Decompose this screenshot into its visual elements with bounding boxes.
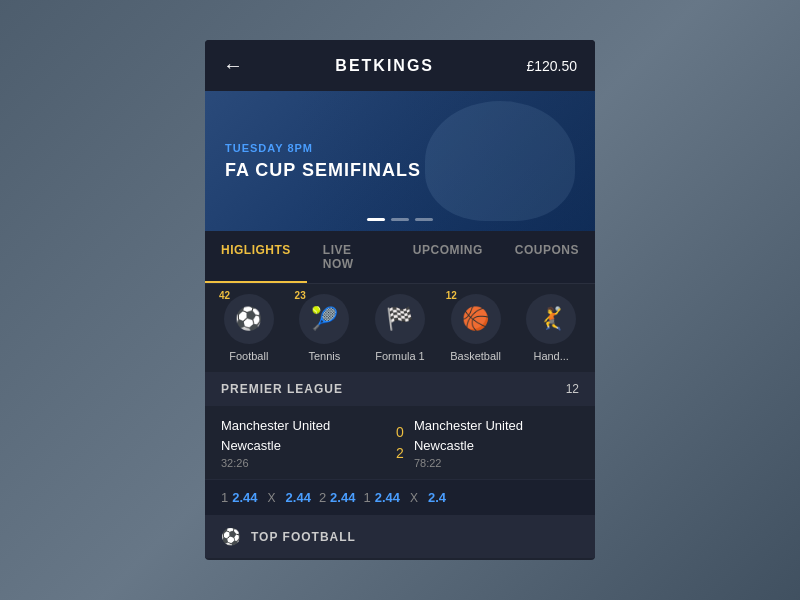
match-2[interactable]: Manchester United Newcastle 78:22 bbox=[414, 416, 579, 469]
odd-1-value: 2.44 bbox=[232, 490, 257, 505]
footer-section[interactable]: ⚽ TOP FOOTBALL bbox=[205, 515, 595, 558]
match-2-team1: Manchester United bbox=[414, 416, 579, 436]
sport-tennis[interactable]: 23 🎾 Tennis bbox=[289, 294, 361, 362]
footer-football-icon: ⚽ bbox=[221, 527, 241, 546]
football-label: Football bbox=[229, 350, 268, 362]
player-image bbox=[425, 101, 575, 221]
tabs-bar: HIGLIGHTS LIVE NOW UPCOMING COUPONS bbox=[205, 231, 595, 284]
hero-text: TUESDAY 8PM FA CUP SEMIFINALS bbox=[225, 142, 421, 181]
sport-basketball[interactable]: 12 🏀 Basketball bbox=[440, 294, 512, 362]
tennis-icon: 🎾 bbox=[299, 294, 349, 344]
match-1[interactable]: Manchester United Newcastle 32:26 bbox=[221, 416, 386, 469]
app-container: ← BETKINGS £120.50 TUESDAY 8PM FA CUP SE… bbox=[205, 40, 595, 560]
section-count: 12 bbox=[566, 382, 579, 396]
football-badge: 42 bbox=[219, 290, 230, 301]
tab-highlights[interactable]: HIGLIGHTS bbox=[205, 231, 307, 283]
tennis-badge: 23 bbox=[295, 290, 306, 301]
section-header: PREMIER LEAGUE 12 bbox=[205, 372, 595, 406]
odd-2-value: 2.44 bbox=[286, 490, 311, 505]
matches-container: Manchester United Newcastle 32:26 0 2 Ma… bbox=[205, 406, 595, 480]
odds-row: 1 2.44 X 2.44 2 2.44 1 2.44 X 2.4 bbox=[205, 480, 595, 515]
dot-1[interactable] bbox=[367, 218, 385, 221]
hero-banner: TUESDAY 8PM FA CUP SEMIFINALS bbox=[205, 91, 595, 231]
tab-upcoming[interactable]: UPCOMING bbox=[397, 231, 499, 283]
odd-4-label: 1 bbox=[363, 490, 370, 505]
odd-3-label: 2 bbox=[319, 490, 326, 505]
basketball-icon: 🏀 bbox=[451, 294, 501, 344]
sep-1: X bbox=[268, 491, 276, 505]
back-button[interactable]: ← bbox=[223, 54, 243, 77]
hero-subtitle: TUESDAY 8PM bbox=[225, 142, 421, 154]
formula1-label: Formula 1 bbox=[375, 350, 425, 362]
match-1-score1: 0 bbox=[396, 422, 404, 443]
footer-title: TOP FOOTBALL bbox=[251, 530, 356, 544]
handball-icon: 🤾 bbox=[526, 294, 576, 344]
sport-football[interactable]: 42 ⚽ Football bbox=[213, 294, 285, 362]
sport-formula1[interactable]: 🏁 Formula 1 bbox=[364, 294, 436, 362]
sport-handball[interactable]: 🤾 Hand... bbox=[515, 294, 587, 362]
odd-5[interactable]: 2.4 bbox=[428, 490, 446, 505]
hero-title: FA CUP SEMIFINALS bbox=[225, 160, 421, 181]
tennis-label: Tennis bbox=[308, 350, 340, 362]
dot-3[interactable] bbox=[415, 218, 433, 221]
odd-2[interactable]: 2.44 bbox=[286, 490, 311, 505]
basketball-label: Basketball bbox=[450, 350, 501, 362]
odd-4-value: 2.44 bbox=[375, 490, 400, 505]
match-1-score: 0 2 bbox=[396, 416, 404, 469]
football-icon: ⚽ bbox=[224, 294, 274, 344]
sports-categories: 42 ⚽ Football 23 🎾 Tennis 🏁 Formula 1 12… bbox=[205, 284, 595, 372]
app-title: BETKINGS bbox=[335, 57, 434, 75]
odd-4[interactable]: 1 2.44 bbox=[363, 490, 400, 505]
match-2-team2: Newcastle bbox=[414, 436, 579, 456]
tab-coupons[interactable]: COUPONS bbox=[499, 231, 595, 283]
sep-2: X bbox=[410, 491, 418, 505]
match-1-team1: Manchester United bbox=[221, 416, 386, 436]
match-1-team2: Newcastle bbox=[221, 436, 386, 456]
odd-3-value: 2.44 bbox=[330, 490, 355, 505]
odd-1[interactable]: 1 2.44 bbox=[221, 490, 258, 505]
formula1-icon: 🏁 bbox=[375, 294, 425, 344]
odd-3[interactable]: 2 2.44 bbox=[319, 490, 356, 505]
header: ← BETKINGS £120.50 bbox=[205, 40, 595, 91]
tab-live-now[interactable]: LIVE NOW bbox=[307, 231, 397, 283]
basketball-badge: 12 bbox=[446, 290, 457, 301]
dot-2[interactable] bbox=[391, 218, 409, 221]
balance-display: £120.50 bbox=[526, 58, 577, 74]
match-2-time: 78:22 bbox=[414, 457, 579, 469]
section-title: PREMIER LEAGUE bbox=[221, 382, 343, 396]
odd-5-value: 2.4 bbox=[428, 490, 446, 505]
hero-dots bbox=[367, 218, 433, 221]
match-1-time: 32:26 bbox=[221, 457, 386, 469]
odd-1-label: 1 bbox=[221, 490, 228, 505]
match-1-score2: 2 bbox=[396, 443, 404, 464]
handball-label: Hand... bbox=[533, 350, 568, 362]
